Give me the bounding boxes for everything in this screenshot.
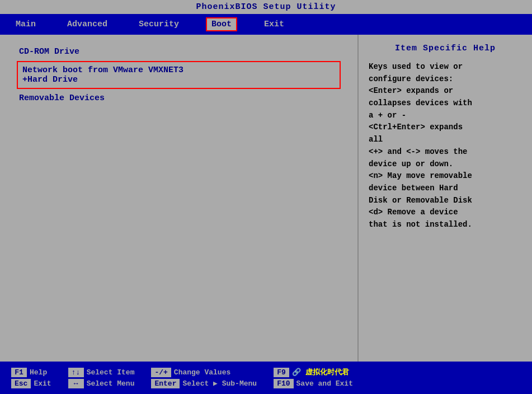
nav-boot[interactable]: Boot <box>206 17 237 31</box>
footer-row-f9: F9 🔗 虚拟化时代君 <box>274 367 364 377</box>
boot-item-network[interactable]: Network boot from VMware VMXNET3 <box>22 65 335 75</box>
footer-row-enter: Enter Select ▶ Sub-Menu <box>151 379 268 388</box>
label-help: Help <box>30 368 47 377</box>
footer-row-f10: F10 Save and Exit <box>274 379 364 388</box>
label-select-item: Select Item <box>87 368 135 377</box>
title-text: PhoenixBIOS Setup Utility <box>196 2 336 12</box>
help-title: Item Specific Help <box>369 44 522 53</box>
help-text: Keys used to view or configure devices: … <box>369 61 522 231</box>
left-panel: CD-ROM Drive Network boot from VMware VM… <box>0 35 357 362</box>
boot-item-cdrom[interactable]: CD-ROM Drive <box>17 46 341 58</box>
right-panel: Item Specific Help Keys used to view or … <box>359 35 532 362</box>
label-exit: Exit <box>34 379 51 388</box>
nav-advanced[interactable]: Advanced <box>63 18 112 30</box>
nav-security[interactable]: Security <box>134 18 183 30</box>
footer-col-2: ↑↓ Select Item ↔ Select Menu <box>68 368 146 388</box>
label-select-menu: Select Menu <box>87 379 135 388</box>
footer-content: F1 Help Esc Exit ↑↓ Select Item ↔ Select… <box>11 367 521 388</box>
footer-col-1: F1 Help Esc Exit <box>11 368 63 388</box>
bios-title: PhoenixBIOS Setup Utility <box>0 0 532 14</box>
key-leftright: ↔ <box>68 379 84 388</box>
boot-item-removable[interactable]: Removable Devices <box>17 92 341 104</box>
nav-bar: Main Advanced Security Boot Exit <box>0 14 532 35</box>
footer-col-4: F9 🔗 虚拟化时代君 F10 Save and Exit <box>274 367 364 388</box>
main-content: CD-ROM Drive Network boot from VMware VM… <box>0 35 532 362</box>
footer-row-leftright: ↔ Select Menu <box>68 379 146 388</box>
footer-row-esc: Esc Exit <box>11 379 63 388</box>
key-updown: ↑↓ <box>68 368 84 377</box>
boot-item-harddrive[interactable]: +Hard Drive <box>22 75 335 85</box>
key-f1: F1 <box>11 368 27 377</box>
label-change-values: Change Values <box>174 368 230 377</box>
nav-exit[interactable]: Exit <box>260 18 289 30</box>
footer-col-3: -/+ Change Values Enter Select ▶ Sub-Men… <box>151 368 268 388</box>
nav-main[interactable]: Main <box>11 18 40 30</box>
key-plusminus: -/+ <box>151 368 171 377</box>
key-f10: F10 <box>274 379 293 388</box>
footer: F1 Help Esc Exit ↑↓ Select Item ↔ Select… <box>0 362 532 394</box>
label-save-exit: Save and Exit <box>296 379 353 388</box>
footer-row-plusminus: -/+ Change Values <box>151 368 268 377</box>
footer-row-f1: F1 Help <box>11 368 63 377</box>
key-enter: Enter <box>151 379 180 388</box>
selected-boot-group: Network boot from VMware VMXNET3 +Hard D… <box>17 61 341 89</box>
key-f9: F9 <box>274 368 289 377</box>
key-esc: Esc <box>11 379 31 388</box>
footer-row-updown: ↑↓ Select Item <box>68 368 146 377</box>
label-f9: 🔗 虚拟化时代君 <box>292 367 349 377</box>
label-select-submenu: Select ▶ Sub-Menu <box>182 379 257 388</box>
